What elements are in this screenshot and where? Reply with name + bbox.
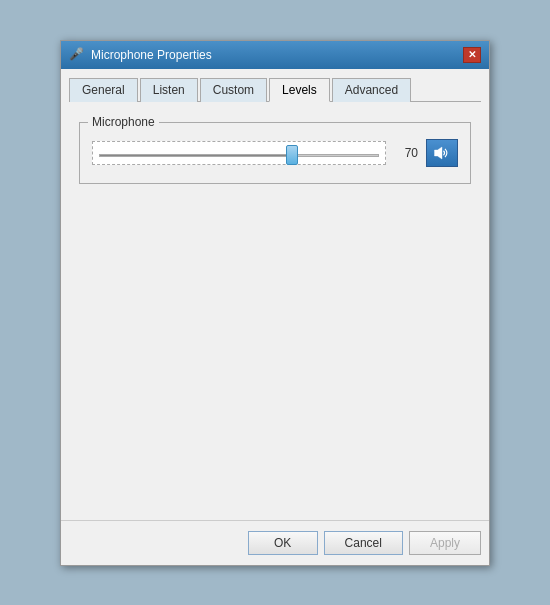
- volume-value: 70: [394, 146, 418, 160]
- tab-general[interactable]: General: [69, 78, 138, 102]
- tab-advanced[interactable]: Advanced: [332, 78, 411, 102]
- svg-marker-0: [435, 147, 443, 159]
- tab-bar: General Listen Custom Levels Advanced: [69, 77, 481, 102]
- window-title: Microphone Properties: [91, 48, 212, 62]
- microphone-slider[interactable]: [99, 154, 379, 157]
- titlebar-left: 🎤 Microphone Properties: [69, 47, 212, 63]
- ok-button[interactable]: OK: [248, 531, 318, 555]
- titlebar: 🎤 Microphone Properties ✕: [61, 41, 489, 69]
- levels-panel: Microphone 70: [69, 112, 481, 512]
- slider-container: [92, 141, 386, 165]
- tab-custom[interactable]: Custom: [200, 78, 267, 102]
- dialog-window: 🎤 Microphone Properties ✕ General Listen…: [60, 40, 490, 566]
- microphone-group: Microphone 70: [79, 122, 471, 184]
- tab-listen[interactable]: Listen: [140, 78, 198, 102]
- group-label: Microphone: [88, 115, 159, 129]
- mute-button[interactable]: [426, 139, 458, 167]
- window-icon: 🎤: [69, 47, 85, 63]
- footer: OK Cancel Apply: [61, 520, 489, 565]
- dialog-content: General Listen Custom Levels Advanced Mi…: [61, 69, 489, 520]
- cancel-button[interactable]: Cancel: [324, 531, 403, 555]
- close-button[interactable]: ✕: [463, 47, 481, 63]
- tab-levels[interactable]: Levels: [269, 78, 330, 102]
- microphone-level-row: 70: [92, 139, 458, 167]
- apply-button[interactable]: Apply: [409, 531, 481, 555]
